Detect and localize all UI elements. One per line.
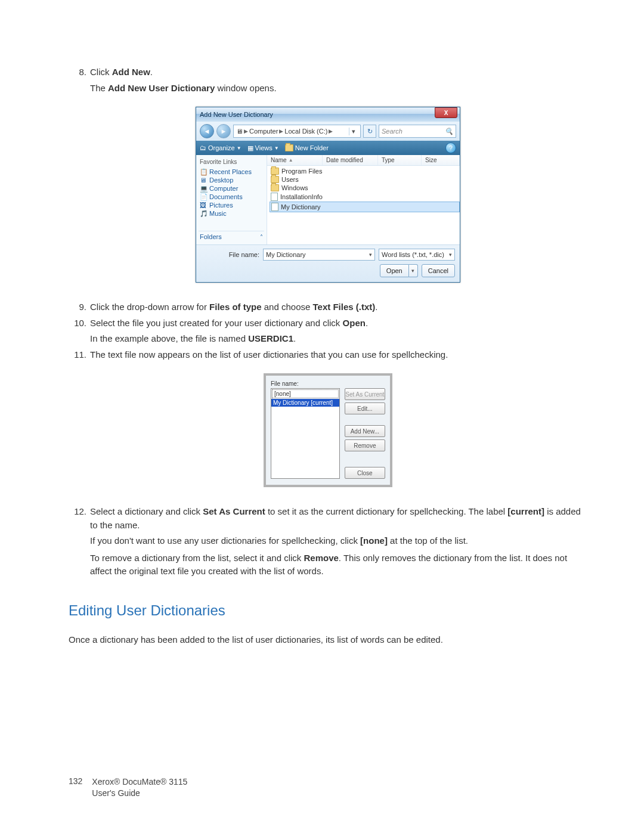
forward-button[interactable]: ►	[216, 124, 231, 138]
file-row[interactable]: Users	[270, 175, 460, 184]
step-12: 12. Select a dictionary and click Set As…	[69, 505, 587, 532]
ud-filename-label: File name:	[271, 380, 385, 387]
step-12-p3: To remove a dictionary from the list, se…	[69, 552, 587, 578]
desktop-icon: 🖥	[200, 176, 207, 184]
breadcrumb-dropdown[interactable]: ▾	[349, 128, 358, 135]
remove-button[interactable]: Remove	[345, 439, 385, 451]
ud-item-none[interactable]: [none]	[272, 389, 339, 398]
col-name[interactable]: Name▲	[267, 155, 323, 165]
dialog-toolbar: 🗂 Organize ▼ ▦ Views ▼ New Folder ?	[196, 141, 460, 155]
music-icon: 🎵	[200, 210, 207, 217]
help-icon: ?	[449, 145, 453, 151]
set-as-current-button[interactable]: Set As Current	[345, 388, 385, 400]
open-button[interactable]: Open ▾	[380, 264, 418, 277]
step-11: 11. The text file now appears on the lis…	[69, 348, 587, 362]
search-icon: 🔍	[445, 128, 453, 135]
dialog-footer: File name: My Dictionary ▾ Word lists (*…	[196, 244, 460, 282]
file-row[interactable]: Windows	[270, 184, 460, 192]
close-icon: X	[444, 110, 448, 116]
col-size[interactable]: Size	[422, 155, 460, 165]
nav-recent-places[interactable]: 📋Recent Places	[199, 168, 264, 176]
folder-icon	[285, 144, 293, 151]
chevron-down-icon: ▾	[369, 252, 372, 258]
add-new-user-dictionary-dialog: Add New User Dictionary X ◄ ► 🖥 ▶ Comput…	[196, 107, 460, 283]
edit-button[interactable]: Edit...	[345, 402, 385, 414]
chevron-right-icon: ▶	[244, 128, 248, 134]
file-row[interactable]: InstallationInfo	[270, 192, 460, 202]
file-row-selected[interactable]: My Dictionary	[270, 202, 460, 212]
organize-icon: 🗂	[200, 144, 206, 151]
chevron-down-icon: ▾	[449, 252, 452, 258]
pictures-icon: 🖼	[200, 202, 207, 209]
file-row[interactable]: Program Files	[270, 167, 460, 175]
breadcrumb-seg[interactable]: Computer	[249, 128, 278, 135]
help-button[interactable]: ?	[445, 143, 456, 153]
folders-toggle[interactable]: Folders ˄	[199, 231, 264, 242]
computer-icon: 💻	[200, 185, 207, 192]
chevron-right-icon: ▶	[329, 128, 333, 134]
open-dropdown[interactable]: ▾	[409, 264, 418, 277]
back-button[interactable]: ◄	[200, 124, 214, 138]
recent-icon: 📋	[200, 168, 207, 175]
page-footer: 132 Xerox® DocuMate® 3115 User's Guide	[69, 776, 187, 800]
user-dictionaries-panel: File name: [none] My Dictionary [current…	[264, 373, 392, 487]
refresh-button[interactable]: ↻	[363, 125, 376, 138]
breadcrumb[interactable]: 🖥 ▶ Computer ▶ Local Disk (C:) ▶ ▾	[233, 125, 361, 138]
views-menu[interactable]: ▦ Views ▼	[247, 144, 279, 152]
new-folder-button[interactable]: New Folder	[285, 144, 329, 151]
step-text: Click Add New.	[90, 66, 587, 79]
step-10: 10. Select the file you just created for…	[69, 317, 587, 330]
views-icon: ▦	[247, 144, 253, 152]
close-button[interactable]: X	[435, 107, 457, 118]
close-button[interactable]: Close	[345, 467, 385, 479]
filename-combo[interactable]: My Dictionary ▾	[263, 249, 375, 261]
search-placeholder: Search	[382, 128, 402, 135]
nav-music[interactable]: 🎵Music	[199, 209, 264, 218]
file-icon	[271, 193, 278, 201]
chevron-up-icon: ˄	[260, 234, 263, 240]
file-list: Name▲ Date modified Type Size Program Fi…	[267, 155, 460, 244]
section-heading: Editing User Dictionaries	[69, 602, 587, 619]
nav-pictures[interactable]: 🖼Pictures	[199, 201, 264, 209]
search-input[interactable]: Search 🔍	[379, 125, 456, 138]
address-bar-row: ◄ ► 🖥 ▶ Computer ▶ Local Disk (C:) ▶ ▾ ↻…	[196, 122, 460, 141]
refresh-icon: ↻	[367, 128, 373, 135]
documents-icon: 📄	[200, 193, 207, 200]
nav-documents[interactable]: 📄Documents	[199, 193, 264, 201]
step-number: 8.	[69, 66, 90, 79]
footer-line1: Xerox® DocuMate® 3115	[92, 776, 187, 788]
breadcrumb-seg[interactable]: Local Disk (C:)	[284, 128, 327, 135]
computer-icon: 🖥	[236, 128, 243, 135]
section-paragraph: Once a dictionary has been added to the …	[69, 633, 587, 647]
step-8-sub: The Add New User Dictionary window opens…	[69, 82, 587, 95]
filename-label: File name:	[201, 251, 259, 258]
page-number: 132	[69, 776, 82, 786]
step-8: 8. Click Add New.	[69, 66, 587, 79]
add-new-button[interactable]: Add New...	[345, 425, 385, 437]
folder-icon	[271, 176, 279, 183]
filename-value: My Dictionary	[266, 251, 306, 258]
cancel-button[interactable]: Cancel	[422, 264, 455, 277]
chevron-down-icon: ▼	[274, 145, 279, 151]
col-type[interactable]: Type	[378, 155, 422, 165]
step-12-p2: If you don't want to use any user dictio…	[69, 534, 587, 548]
step-10-sub: In the example above, the file is named …	[69, 332, 587, 346]
dialog-titlebar[interactable]: Add New User Dictionary X	[196, 107, 460, 122]
folder-icon	[271, 184, 279, 191]
col-date[interactable]: Date modified	[323, 155, 378, 165]
footer-line2: User's Guide	[92, 788, 187, 800]
file-icon	[271, 203, 278, 211]
ud-item-current[interactable]: My Dictionary [current]	[271, 399, 339, 407]
nav-computer[interactable]: 💻Computer	[199, 184, 264, 193]
filetype-value: Word lists (*.txt, *.dic)	[382, 251, 444, 258]
nav-heading: Favorite Links	[199, 157, 264, 168]
nav-desktop[interactable]: 🖥Desktop	[199, 176, 264, 184]
folder-icon	[271, 168, 279, 175]
step-9: 9. Click the drop-down arrow for Files o…	[69, 301, 587, 314]
organize-menu[interactable]: 🗂 Organize ▼	[200, 144, 242, 151]
list-header: Name▲ Date modified Type Size	[267, 155, 460, 166]
favorite-links-panel: Favorite Links 📋Recent Places 🖥Desktop 💻…	[196, 155, 267, 244]
filetype-combo[interactable]: Word lists (*.txt, *.dic) ▾	[379, 249, 455, 261]
ud-list[interactable]: [none] My Dictionary [current]	[271, 388, 340, 479]
ud-buttons: Set As Current Edit... Add New... Remove…	[345, 388, 385, 479]
